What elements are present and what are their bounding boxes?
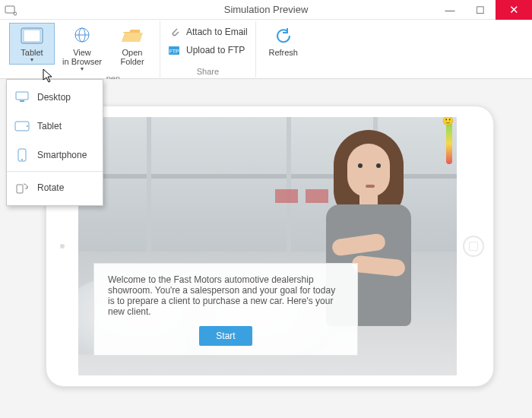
rotate-icon: [14, 181, 30, 195]
menu-separator: [7, 171, 103, 172]
ribbon: Tablet ▾ View in Browser ▾ Open Folder p…: [0, 20, 532, 79]
refresh-icon: [271, 25, 296, 46]
svg-rect-10: [20, 100, 24, 102]
attach-to-email-label: Attach to Email: [186, 27, 248, 37]
svg-rect-9: [16, 92, 28, 100]
cursor-icon: [43, 68, 53, 84]
tablet-camera-icon: [60, 244, 65, 249]
device-option-tablet-label: Tablet: [37, 121, 62, 131]
svg-point-12: [27, 125, 28, 127]
refresh-label: Refresh: [268, 48, 298, 57]
mood-face-icon: 🙂: [442, 117, 454, 126]
device-option-smartphone[interactable]: Smartphone: [7, 141, 103, 169]
desktop-icon: [14, 90, 30, 104]
tablet-icon: [20, 25, 44, 46]
mood-meter: [446, 123, 452, 164]
refresh-button[interactable]: Refresh: [261, 23, 306, 58]
ribbon-group-device-open: Tablet ▾ View in Browser ▾ Open Folder p…: [5, 21, 160, 78]
chevron-down-icon: ▾: [30, 57, 33, 64]
device-preview-button[interactable]: Tablet ▾: [9, 23, 55, 65]
upload-to-ftp-label: Upload to FTP: [186, 45, 245, 55]
view-in-browser-label: View in Browser: [62, 48, 102, 66]
title-bar: Simulation Preview — ☐ ✕: [0, 0, 532, 20]
chevron-down-icon: ▾: [81, 66, 84, 73]
view-in-browser-button[interactable]: View in Browser ▾: [59, 23, 105, 74]
open-folder-label: Open Folder: [120, 48, 144, 66]
dialog-card: Welcome to the Fast Motors automotive de…: [93, 263, 358, 356]
smartphone-icon: [14, 148, 30, 162]
dialog-text: Welcome to the Fast Motors automotive de…: [108, 274, 344, 317]
ribbon-group-refresh: Refresh: [256, 21, 311, 78]
device-option-rotate[interactable]: Rotate: [7, 173, 103, 202]
ftp-icon: FTP: [168, 44, 182, 56]
start-button[interactable]: Start: [199, 326, 252, 346]
tablet-icon: [14, 119, 30, 133]
svg-text:FTP: FTP: [169, 49, 179, 54]
folder-open-icon: [120, 25, 144, 46]
device-dropdown: Desktop Tablet Smartphone Rotate: [6, 79, 103, 206]
paperclip-icon: [168, 26, 182, 38]
open-folder-button[interactable]: Open Folder: [109, 23, 155, 67]
device-option-tablet[interactable]: Tablet: [7, 112, 103, 141]
window-title: Simulation Preview: [0, 4, 532, 15]
svg-point-14: [21, 159, 23, 160]
device-option-desktop[interactable]: Desktop: [7, 83, 103, 112]
svg-rect-3: [24, 30, 40, 42]
upload-to-ftp-button[interactable]: FTP Upload to FTP: [165, 43, 251, 58]
tablet-home-button[interactable]: [463, 236, 484, 257]
svg-rect-15: [17, 185, 23, 193]
device-option-smartphone-label: Smartphone: [37, 150, 87, 160]
device-option-rotate-label: Rotate: [37, 182, 64, 193]
globe-icon: [70, 25, 94, 46]
attach-to-email-button[interactable]: Attach to Email: [165, 24, 251, 40]
ribbon-group-label-share: Share: [197, 67, 219, 78]
tablet-frame: 🙂 Welcome to the Fast Motors automotive …: [46, 106, 494, 387]
ribbon-group-share: Attach to Email FTP Upload to FTP Share: [160, 21, 256, 78]
device-option-desktop-label: Desktop: [37, 92, 71, 103]
tablet-screen: 🙂 Welcome to the Fast Motors automotive …: [78, 117, 457, 375]
